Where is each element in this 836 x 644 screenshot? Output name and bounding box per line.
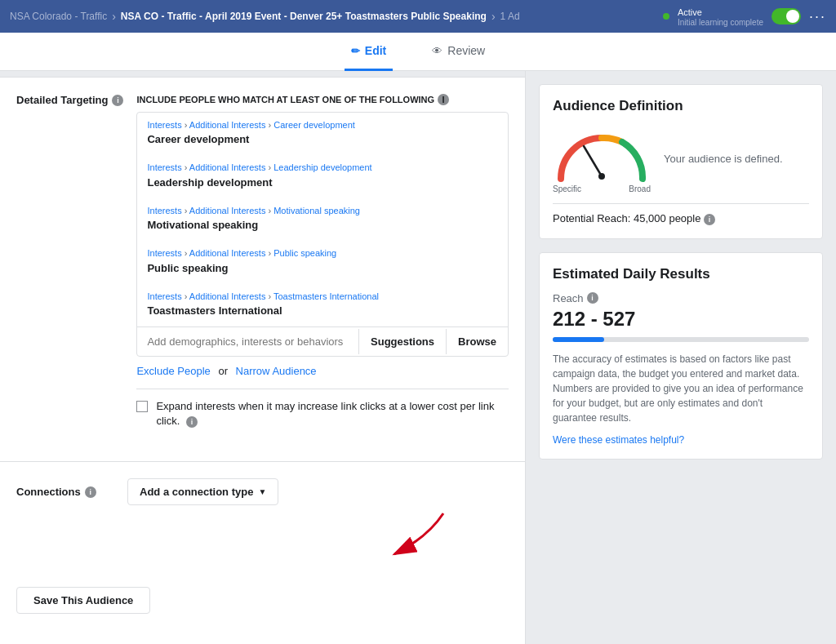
bc-additional-2: Additional Interests — [189, 162, 266, 172]
gauge-area: Specific Broad Your audience is defined. — [553, 126, 809, 193]
reach-bar-fill — [553, 337, 604, 342]
expand-info-icon[interactable]: i — [186, 416, 198, 428]
breadcrumb-item-2[interactable]: NSA CO - Traffic - April 2019 Event - De… — [121, 11, 487, 22]
estimated-daily-results-card: Estimated Daily Results Reach i 212 - 52… — [539, 252, 823, 460]
breadcrumb-item-3[interactable]: 1 Ad — [500, 11, 520, 22]
interest-breadcrumb: Interests › Additional Interests › Publi… — [147, 247, 498, 260]
estimated-title: Estimated Daily Results — [553, 266, 809, 282]
connections-info-icon[interactable]: i — [85, 486, 96, 498]
connections-row: Connections i Add a connection type ▼ — [16, 478, 509, 505]
status-info: Active Initial learning complete — [678, 7, 763, 27]
red-arrow-annotation — [313, 505, 476, 571]
expand-row: Expand interests when it may increase li… — [136, 389, 509, 429]
interest-name-1: Career development — [147, 131, 498, 152]
interest-breadcrumb: Interests › Additional Interests › Caree… — [147, 119, 498, 131]
breadcrumb-sep-2: › — [491, 10, 496, 23]
targeting-list[interactable]: Interests › Additional Interests › Caree… — [137, 113, 508, 326]
include-header: INCLUDE people who match at least ONE of… — [136, 94, 509, 105]
interest-name-2: Leadership development — [147, 175, 498, 195]
more-options-icon[interactable]: ··· — [809, 8, 826, 25]
list-item: Interests › Additional Interests › Publi… — [137, 241, 508, 283]
reach-info-icon[interactable]: i — [587, 292, 598, 304]
bc-additional-3: Additional Interests — [189, 206, 266, 215]
audience-actions: Exclude People or Narrow Audience — [136, 365, 509, 377]
reach-info-icon[interactable]: i — [704, 214, 715, 225]
bc-interests-3: Interests — [147, 206, 181, 215]
include-info-icon[interactable]: i — [438, 94, 449, 105]
breadcrumb-item-1[interactable]: NSA Colorado - Traffic — [10, 11, 107, 22]
toggle-switch[interactable] — [772, 8, 801, 24]
main-layout: Detailed Targeting i INCLUDE people who … — [0, 71, 836, 644]
arrow-area — [0, 522, 525, 587]
right-panel: Audience Definition — [526, 71, 836, 644]
helpful-link[interactable]: Were these estimates helpful? — [553, 434, 684, 446]
gauge-specific-label: Specific — [553, 184, 581, 193]
status-dot-icon — [663, 13, 669, 20]
list-item: Interests › Additional Interests › Toast… — [137, 284, 508, 326]
browse-button[interactable]: Browse — [446, 329, 508, 354]
svg-line-1 — [584, 146, 602, 176]
tab-edit-label: Edit — [365, 44, 386, 57]
bc-additional-1: Additional Interests — [189, 120, 266, 130]
save-audience-button[interactable]: Save This Audience — [16, 587, 150, 614]
estimated-description: The accuracy of estimates is based on fa… — [553, 352, 809, 425]
gauge-wrap: Specific Broad — [553, 126, 651, 193]
dropdown-arrow-icon: ▼ — [258, 487, 266, 496]
targeting-box: Interests › Additional Interests › Caree… — [136, 112, 509, 357]
status-label: Active — [678, 7, 702, 17]
breadcrumb-sep-1: › — [112, 10, 116, 23]
toggle-knob — [786, 10, 799, 23]
bc-additional-4: Additional Interests — [189, 248, 266, 258]
add-connection-button[interactable]: Add a connection type ▼ — [127, 478, 278, 505]
include-text: INCLUDE people who match at least ONE of… — [136, 95, 434, 104]
narrow-audience-link[interactable]: Narrow Audience — [236, 365, 317, 377]
tab-review-label: Review — [447, 44, 485, 57]
reach-label: Reach i — [553, 292, 809, 304]
add-connection-label: Add a connection type — [140, 486, 253, 498]
expand-checkbox[interactable] — [136, 401, 148, 412]
tab-edit[interactable]: ✏ Edit — [345, 33, 393, 71]
interest-breadcrumb: Interests › Additional Interests › Toast… — [147, 291, 498, 303]
edit-icon: ✏ — [351, 45, 360, 57]
audience-definition-card: Audience Definition — [539, 84, 823, 239]
targeting-section: Detailed Targeting i INCLUDE people who … — [0, 78, 525, 445]
bc-additional-5: Additional Interests — [189, 291, 266, 301]
bc-interests-4: Interests — [147, 248, 181, 258]
save-section: Save This Audience — [0, 587, 525, 638]
interest-breadcrumb: Interests › Additional Interests › Leade… — [147, 162, 498, 174]
targeting-content: INCLUDE people who match at least ONE of… — [136, 94, 509, 429]
interest-breadcrumb: Interests › Additional Interests › Motiv… — [147, 205, 498, 217]
targeting-input-row: Suggestions Browse — [137, 326, 508, 356]
list-item: Interests › Additional Interests › Motiv… — [137, 198, 508, 241]
list-item: Interests › Additional Interests › Leade… — [137, 155, 508, 198]
bc-final-1: Career development — [273, 120, 355, 130]
top-bar-right: Active Initial learning complete ··· — [663, 7, 826, 27]
search-input[interactable] — [137, 327, 358, 356]
breadcrumb: NSA Colorado - Traffic › NSA CO - Traffi… — [10, 10, 520, 23]
exclude-people-link[interactable]: Exclude People — [136, 365, 210, 377]
expand-text: Expand interests when it may increase li… — [156, 399, 509, 429]
bc-final-3: Motivational speaking — [273, 206, 360, 215]
section-top-spacer — [0, 71, 525, 78]
bc-interests-1: Interests — [147, 120, 181, 130]
suggestions-button[interactable]: Suggestions — [359, 329, 446, 354]
targeting-info-icon[interactable]: i — [112, 95, 123, 106]
gauge-svg — [553, 126, 651, 183]
gauge-labels: Specific Broad — [553, 184, 651, 193]
list-item: Interests › Additional Interests › Caree… — [137, 113, 508, 155]
connections-label: Connections i — [16, 486, 114, 498]
reach-line: Potential Reach: 45,000 people i — [553, 203, 809, 225]
bc-final-2: Leadership development — [273, 162, 371, 172]
reach-value: 45,000 people — [634, 212, 700, 224]
top-bar: NSA Colorado - Traffic › NSA CO - Traffi… — [0, 0, 836, 33]
interest-name-4: Public speaking — [147, 260, 498, 281]
audience-defined-text: Your audience is defined. — [664, 152, 783, 167]
gauge-broad-label: Broad — [629, 184, 651, 193]
targeting-label-text: Detailed Targeting — [16, 94, 108, 106]
active-toggle[interactable] — [772, 8, 801, 24]
targeting-buttons: Suggestions Browse — [358, 329, 508, 354]
tab-review[interactable]: 👁 Review — [425, 33, 491, 71]
status-sublabel: Initial learning complete — [678, 18, 763, 27]
eye-icon: 👁 — [432, 45, 442, 57]
targeting-row: Detailed Targeting i INCLUDE people who … — [16, 94, 509, 429]
